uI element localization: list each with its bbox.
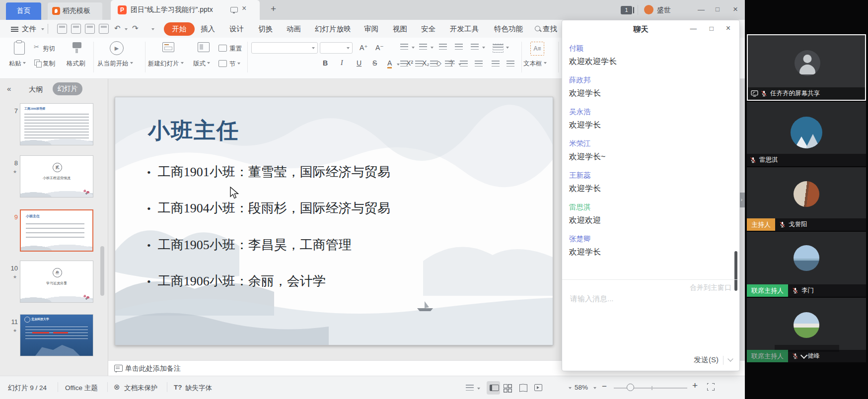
menu-tab-review[interactable]: 审阅 [364,24,378,34]
merge-to-main-link[interactable]: 合并到主窗口 [690,283,731,292]
zoom-slider-track[interactable] [614,388,687,389]
bold-button[interactable]: B [323,59,328,67]
menu-tab-home[interactable]: 开始 [164,22,195,36]
slide-thumbnail-10[interactable]: 叁 学习近况分享 [20,261,93,303]
line-spacing-icon[interactable] [475,61,483,66]
menu-find[interactable]: 查找 [543,24,557,34]
window-minimize-button[interactable]: — [698,5,705,13]
subscript-button[interactable]: X₂ [422,59,430,67]
save-icon[interactable] [57,24,67,34]
chevron-down-icon[interactable] [800,351,807,358]
window-maximize-button[interactable]: □ [716,5,720,13]
message-count-badge[interactable]: 1 [621,6,632,14]
menu-tab-features[interactable]: 特色功能 [494,24,523,34]
chat-message-list[interactable]: 付颖 欢迎欢迎学长 薛政邦 欢迎学长 吴永浩 欢迎学长 米荣江 欢迎学长~ 王新… [569,43,728,266]
protection-status[interactable]: 文档未保护 [124,384,158,393]
menu-tab-security[interactable]: 安全 [421,24,435,34]
new-slide-button[interactable]: 新建幻灯片 [148,60,184,68]
decrease-font-button[interactable]: A⁻ [375,44,384,52]
slide-thumbnail-9-selected[interactable]: 小班主任 [20,209,93,252]
slide-bullet-2[interactable]: 工商1904小班：段雨杉，国际经济与贸易 [147,200,390,217]
reset-button[interactable]: 重置 [229,45,242,53]
caret-down-icon[interactable] [569,387,572,391]
print-preview-icon[interactable] [99,24,109,34]
slide-canvas[interactable]: 小班主任 工商1901小班：董雪莹，国际经济与贸易 工商1904小班：段雨杉，国… [115,97,553,345]
format-painter-button[interactable]: 格式刷 [67,60,85,68]
caret-down-icon[interactable] [506,47,509,50]
menu-tab-insert[interactable]: 插入 [201,24,215,34]
decrease-indent-icon[interactable] [439,44,447,50]
tab-docer[interactable]: 稻壳模板 [48,2,102,20]
slides-tab[interactable]: 幻灯片 [53,82,82,95]
numbered-list-icon[interactable] [419,44,427,50]
zoom-slider-thumb[interactable] [627,384,634,391]
font-size-select[interactable] [320,42,353,54]
increase-font-button[interactable]: A⁺ [360,44,368,52]
caret-down-icon[interactable] [593,387,596,391]
menu-tab-design[interactable]: 设计 [229,24,244,34]
normal-view-button[interactable] [487,381,500,395]
chat-maximize-button[interactable]: □ [710,25,714,32]
text-direction-icon[interactable] [471,44,479,50]
distribute-icon[interactable] [460,61,468,66]
layout-icon[interactable] [198,42,210,52]
chat-sender[interactable]: 付颖 [569,43,728,53]
panel-scrollbar[interactable] [100,246,104,296]
slide-bullet-4[interactable]: 工商1906小班：余丽，会计学 [147,272,326,290]
tab-home[interactable]: 首页 [6,2,41,20]
hamburger-icon[interactable] [11,27,18,28]
caret-down-icon[interactable] [431,47,434,50]
toolbar-options-caret-icon[interactable] [151,28,154,32]
slide-title[interactable]: 小班主任 [148,116,239,145]
chat-sender[interactable]: 吴永浩 [569,107,728,117]
caret-down-icon[interactable] [125,28,128,32]
undo-icon[interactable]: ↶ [114,24,121,33]
align-right-icon[interactable] [430,61,438,66]
increase-indent-icon[interactable] [455,44,463,50]
slide-sorter-view-button[interactable] [504,384,507,388]
zoom-level[interactable]: 58% [575,384,588,391]
notes-toggle-icon[interactable] [466,385,474,391]
window-close-button[interactable]: × [733,4,738,14]
zoom-out-button[interactable]: − [602,382,607,392]
chat-sender[interactable]: 王新蕊 [569,170,728,180]
participant-tile-screenshare[interactable]: 任齐齐的屏幕共享 [747,34,866,101]
chat-sender[interactable]: 雷思淇 [569,202,728,212]
strikethrough-button[interactable]: S [372,59,377,67]
missing-font-status[interactable]: 缺失字体 [185,384,212,393]
chat-scrollbar[interactable] [734,251,737,291]
move-down-list-icon[interactable] [506,61,514,66]
fit-to-window-icon[interactable] [707,383,715,391]
send-button[interactable]: 发送(S) [694,355,719,365]
bullet-list-icon[interactable] [400,44,408,50]
chat-sender[interactable]: 张楚卿 [569,234,728,244]
chat-sender[interactable]: 薛政邦 [569,75,728,85]
reading-view-button[interactable] [519,384,523,392]
participant-tile-host[interactable]: 主持人 戈誉阳 [747,167,866,231]
cut-button[interactable]: 剪切 [43,45,55,53]
theme-label[interactable]: Office 主题 [65,384,98,393]
user-name[interactable]: 盛世 [657,6,671,15]
present-cast-icon[interactable] [230,7,238,12]
tab-document-active[interactable]: P 团日“线上学习我能行”.pptx × [111,0,260,20]
textbox-button[interactable]: 文本框 [523,60,547,68]
canvas-scrollbar[interactable] [740,79,745,360]
search-icon[interactable] [535,26,540,31]
play-from-current-button[interactable]: 从当前开始 [97,60,133,68]
caret-down-icon[interactable] [412,47,415,50]
menu-tab-animation[interactable]: 动画 [287,24,301,34]
paste-icon[interactable] [14,42,25,55]
chat-minimize-button[interactable]: — [690,25,697,32]
slide-thumbnail-8[interactable]: 贰 小班工程运营情况 [20,155,93,198]
slide-thumbnail-7[interactable]: 工商2006班导师 [20,103,93,145]
outline-tab[interactable]: 大纲 [29,85,43,94]
print-icon[interactable] [85,24,95,34]
slideshow-view-button[interactable] [534,384,542,391]
notes-placeholder[interactable]: 单击此处添加备注 [125,364,181,373]
justify-icon[interactable] [445,61,453,66]
redo-icon[interactable]: ↷ [132,24,139,33]
caret-down-icon[interactable] [482,47,485,50]
send-options-caret-icon[interactable] [727,356,733,361]
align-left-icon[interactable] [400,61,408,66]
export-icon[interactable] [71,24,81,34]
